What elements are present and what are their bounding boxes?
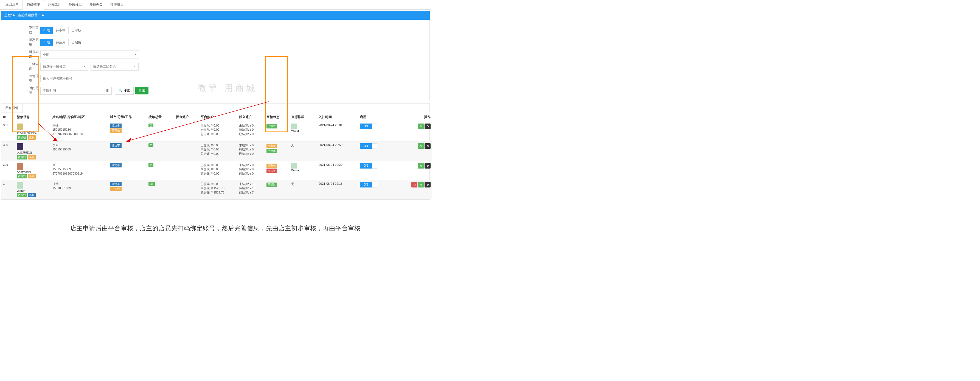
enable-toggle[interactable]: ON [360,163,372,169]
search-button[interactable]: 🔍 搜索 [115,87,134,95]
toggle-track[interactable] [372,182,377,188]
cell-city: 潍坊市已下线 [108,122,147,142]
cat1-select[interactable]: 请选择一级分类 ▼ [40,62,88,70]
cell-time: 2021-08-24 22:20 [317,161,358,180]
name-lines: 李四15315315385 [52,143,107,152]
enable-toggle[interactable]: ON [360,143,372,149]
chevron-down-icon: ▼ [83,65,86,68]
main-tab-5[interactable]: 师傅成长 [107,0,127,10]
filter-option[interactable]: 待启用 [53,39,68,46]
op-button[interactable]: ↻ [425,143,431,149]
filter-label-enable: 状态启用 [29,38,39,47]
wx-badge: 转接技 [17,174,27,179]
toggle-track[interactable] [372,124,377,129]
col-header: 独立账户 [237,113,265,122]
op-button[interactable]: ⊘ [411,182,417,188]
filter-option[interactable]: 不限 [40,39,53,46]
cell-audit: 已通过 [265,180,290,199]
cat2-value: 请选择二级分类 [93,64,116,69]
platform-text: 已提现:￥0.00未提现:￥0.00总进账:￥0.00 [200,143,236,156]
avatar [17,124,23,130]
caption: 店主申请后由平台审核，店主的店员先扫码绑定账号，然后完善信息，先由店主初步审核，… [0,224,431,233]
audit-badge: 待审核 [266,164,277,168]
avatar [17,163,23,170]
avatar [17,143,23,150]
indep-text: 未结算:￥0待结算:￥0已结算:￥0 [239,124,263,136]
cell-name: 技术15318981079 [51,180,108,199]
cell-audit: 已通过 [265,122,290,142]
cell-deposit [174,161,199,180]
cell-city: 潍坊市 [108,142,147,161]
cell-id: 329 [2,161,15,180]
toggle-track[interactable] [372,143,377,149]
city-tag: 潍坊市 [110,163,122,167]
cell-ops: ⊘✎↻ [402,180,432,199]
main-tab-0[interactable]: 返回菜单 [2,0,22,10]
main-tabs: 返回菜单师傅管理师傅统计师傅分组师傅押金师傅成长 [0,0,431,10]
cell-platform: 已提现:￥0.00未提现:￥0.00总进账:￥0.00 [199,142,237,161]
order-count: 2 [148,143,153,147]
indep-text: 未结算:￥19待结算:￥19已结算:￥7 [239,182,263,194]
filter-label-audit: 资料审核 [29,26,39,35]
op-button[interactable]: ↻ [425,182,431,188]
city-select[interactable]: 不限 ▼ [40,51,139,59]
cell-name: 张三15315315369370782198907030519 [51,161,108,180]
cell-id: 1 [2,180,15,199]
src-name: 无 [291,143,294,147]
cell-orders: 2 [147,161,174,180]
audit-badge: 已接单 [266,149,277,153]
src-name: Water [291,129,299,132]
filter-option[interactable]: 不限 [40,27,53,34]
filters-panel: 资料审核 不限待审核已审核 状态启用 不限待启用已启用 所属城市 不限 ▼ 二级… [1,20,430,101]
cell-id: 330 [2,142,15,161]
cell-source: Water [290,122,317,142]
filter-option[interactable]: 待审核 [53,27,68,34]
calendar-icon: 🗓 [106,89,109,92]
cell-name: 李四15315315385 [51,142,108,161]
op-button[interactable]: ↻ [425,124,431,129]
table-header-row: ID微信信息姓名/电话/身份证/地区城市/分组/工作接单总量押金账户平台账户独立… [2,113,432,122]
cell-ops: ✎↻ [402,161,432,180]
col-header: 操作 [402,113,432,122]
platform-text: 已提现:￥0.00未提现:￥1529.78总进账:￥1529.78 [200,182,236,194]
name-lines: 王钰15215215236370782198807080518 [52,124,107,136]
enable-toggle[interactable]: ON [360,124,372,129]
src-name: Water [291,169,299,172]
export-button[interactable]: 导出 [135,87,148,94]
cat1-value: 请选择一级分类 [43,64,66,69]
op-button[interactable]: ✎ [418,163,424,169]
filter-option[interactable]: 已审核 [68,27,84,34]
filter-option[interactable]: 已启用 [68,39,84,46]
cell-platform: 已提现:￥0.00未提现:￥0.00总进账:￥0.00 [199,122,237,142]
cell-indep: 未结算:￥0待结算:￥0已结算:￥0 [237,122,265,142]
indep-text: 未结算:￥0待结算:￥0已结算:￥0 [239,143,263,156]
main-tab-2[interactable]: 师傅统计 [44,0,65,10]
op-button[interactable]: ✎ [418,143,424,149]
enable-btn-group: 不限待启用已启用 [40,39,84,46]
op-button[interactable]: ↻ [425,163,431,169]
src-avatar [291,124,297,129]
table-body: 331谁动我的阿圭1转接技 店员王钰1521521523637078219880… [2,122,432,199]
col-header: 押金账户 [174,113,199,122]
cell-time: 2021-08-24 22:50 [317,142,358,161]
cell-id: 331 [2,122,15,142]
col-header: 启用 [358,113,402,122]
main-tab-3[interactable]: 师傅分组 [65,0,86,10]
master-info-input[interactable] [40,75,139,82]
enable-toggle[interactable]: ON [360,182,372,188]
col-header: ID [2,113,15,122]
cell-wechat: Water转接技 店长 [15,180,51,199]
cell-indep: 未结算:￥19待结算:￥19已结算:￥7 [237,180,265,199]
op-button[interactable]: ✎ [418,182,424,188]
main-tab-4[interactable]: 师傅押金 [86,0,107,10]
op-button[interactable]: ✎ [418,124,424,129]
main-tab-1[interactable]: 师傅管理 [22,0,44,10]
time-range-picker[interactable]: 不限时间 🗓 [40,87,112,95]
indep-text: 未结算:￥0待结算:￥0已结算:￥0 [239,163,263,176]
cat2-select[interactable]: 请选择二级分类 ▼ [91,62,138,70]
wx-name: 大王来巡山 [17,150,49,155]
cell-time: 2021-08-24 22:18 [317,180,358,199]
cell-audit: 待审核未接单 [265,161,290,180]
subtab-all-masters[interactable]: 所有师傅 [2,104,22,113]
toggle-track[interactable] [372,163,377,169]
